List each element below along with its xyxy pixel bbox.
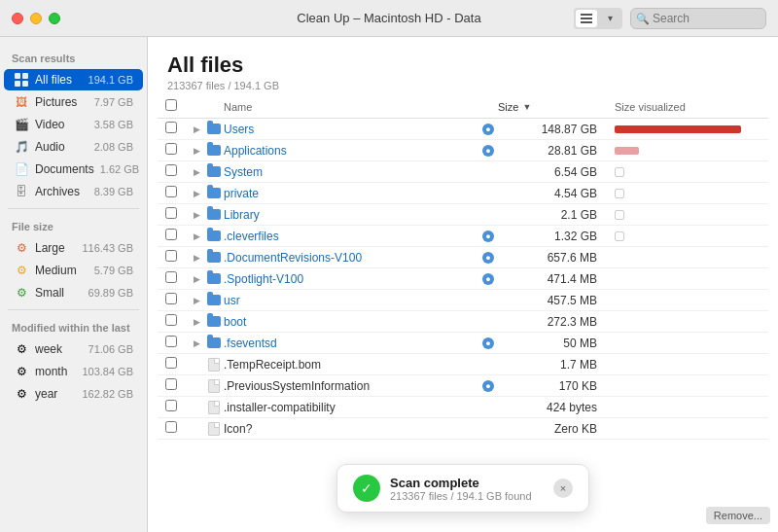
row-info-button[interactable]: ●: [478, 124, 498, 135]
row-checkbox-input[interactable]: [165, 207, 177, 219]
row-name[interactable]: .cleverfiles: [224, 230, 478, 243]
row-name[interactable]: System: [224, 165, 478, 179]
expand-arrow[interactable]: ▶: [189, 146, 204, 156]
sidebar-item-label: Video: [35, 118, 88, 131]
sidebar-item-video[interactable]: 🎬 Video 3.58 GB: [4, 114, 143, 135]
expand-arrow[interactable]: ▶: [189, 189, 204, 198]
table-row[interactable]: ▶boot272.3 MB: [158, 311, 768, 333]
row-name[interactable]: Library: [224, 208, 478, 222]
row-info-button[interactable]: ●: [478, 231, 498, 242]
view-list-button[interactable]: [576, 10, 597, 27]
expand-arrow[interactable]: ▶: [189, 124, 204, 134]
row-name[interactable]: .Spotlight-V100: [224, 272, 478, 286]
row-name[interactable]: .DocumentRevisions-V100: [224, 251, 478, 265]
table-row[interactable]: ▶.Spotlight-V100●471.4 MB: [158, 268, 768, 290]
table-row[interactable]: .installer-compatibility424 bytes: [158, 397, 768, 418]
file-size-label: File size: [0, 215, 147, 236]
sidebar-item-label: Audio: [35, 140, 88, 154]
expand-arrow[interactable]: ▶: [189, 231, 204, 241]
expand-arrow[interactable]: ▶: [189, 274, 204, 284]
table-row[interactable]: ▶Library2.1 GB: [158, 204, 768, 226]
sidebar-item-size: 103.84 GB: [82, 366, 133, 377]
row-checkbox-input[interactable]: [165, 143, 177, 155]
expand-arrow[interactable]: ▶: [189, 317, 204, 327]
row-size: 424 bytes: [498, 401, 605, 414]
row-checkbox-input[interactable]: [165, 250, 177, 262]
table-row[interactable]: ▶.fseventsd●50 MB: [158, 333, 768, 354]
table-row[interactable]: ▶private4.54 GB: [158, 183, 768, 204]
table-row[interactable]: ▶.DocumentRevisions-V100●657.6 MB: [158, 247, 768, 268]
expand-arrow[interactable]: ▶: [189, 210, 204, 220]
row-checkbox: [165, 378, 189, 393]
sidebar-item-size: 116.43 GB: [82, 242, 133, 254]
search-input[interactable]: [630, 8, 766, 29]
sidebar-item-size: 5.79 GB: [94, 265, 133, 276]
toast-close-button[interactable]: ×: [553, 479, 573, 498]
sidebar-item-month[interactable]: ⚙ month 103.84 GB: [4, 361, 143, 382]
row-name[interactable]: Icon?: [224, 422, 478, 436]
row-checkbox-input[interactable]: [165, 357, 177, 369]
row-bar-container: [605, 189, 760, 198]
sidebar-item-small[interactable]: ⚙ Small 69.89 GB: [4, 282, 143, 303]
row-checkbox-input[interactable]: [165, 378, 177, 390]
row-name[interactable]: .PreviousSystemInformation: [224, 379, 478, 393]
expand-arrow[interactable]: ▶: [189, 338, 204, 348]
sidebar-item-all-files[interactable]: All files 194.1 GB: [4, 69, 143, 90]
select-all-checkbox[interactable]: [165, 99, 177, 111]
table-row[interactable]: ▶usr457.5 MB: [158, 290, 768, 311]
row-bar-container: [605, 125, 760, 133]
sidebar-item-pictures[interactable]: 🖼 Pictures 7.97 GB: [4, 91, 143, 113]
row-info-button[interactable]: ●: [478, 337, 498, 349]
row-info-button[interactable]: ●: [478, 145, 498, 157]
row-name[interactable]: .fseventsd: [224, 337, 478, 350]
sidebar-item-large[interactable]: ⚙ Large 116.43 GB: [4, 237, 143, 259]
table-row[interactable]: .TempReceipt.bom1.7 MB: [158, 354, 768, 375]
row-checkbox: [165, 293, 189, 307]
row-name[interactable]: private: [224, 187, 478, 200]
row-checkbox-input[interactable]: [165, 229, 177, 240]
row-checkbox-input[interactable]: [165, 336, 177, 347]
row-name[interactable]: Users: [224, 123, 478, 136]
row-checkbox-input[interactable]: [165, 186, 177, 197]
sidebar-item-year[interactable]: ⚙ year 162.82 GB: [4, 383, 143, 405]
table-row[interactable]: ▶.cleverfiles●1.32 GB: [158, 226, 768, 247]
expand-arrow[interactable]: ▶: [189, 253, 204, 263]
row-checkbox: [165, 336, 189, 350]
row-name[interactable]: usr: [224, 294, 478, 307]
row-checkbox-input[interactable]: [165, 421, 177, 433]
row-checkbox-input[interactable]: [165, 271, 177, 283]
row-checkbox: [165, 207, 189, 222]
sidebar-item-audio[interactable]: 🎵 Audio 2.08 GB: [4, 136, 143, 158]
sidebar-item-week[interactable]: ⚙ week 71.06 GB: [4, 338, 143, 360]
row-checkbox-input[interactable]: [165, 400, 177, 411]
row-name[interactable]: .TempReceipt.bom: [224, 358, 478, 372]
maximize-button[interactable]: [49, 13, 60, 24]
row-checkbox-input[interactable]: [165, 293, 177, 304]
row-info-button[interactable]: ●: [478, 380, 498, 392]
view-grid-button[interactable]: ▾: [599, 10, 620, 27]
row-checkbox-input[interactable]: [165, 314, 177, 326]
size-col-header[interactable]: Size ▼: [498, 101, 605, 113]
remove-button[interactable]: Remove...: [706, 507, 770, 524]
svg-rect-6: [22, 81, 28, 87]
expand-arrow[interactable]: ▶: [189, 296, 204, 305]
sidebar-item-medium[interactable]: ⚙ Medium 5.79 GB: [4, 260, 143, 281]
expand-arrow[interactable]: ▶: [189, 167, 204, 177]
close-button[interactable]: [12, 13, 23, 24]
table-row[interactable]: Icon?Zero KB: [158, 418, 768, 440]
table-row[interactable]: .PreviousSystemInformation●170 KB: [158, 375, 768, 397]
table-row[interactable]: ▶Users●148.87 GB: [158, 119, 768, 140]
sidebar-item-documents[interactable]: 📄 Documents 1.62 GB: [4, 159, 143, 180]
row-name[interactable]: Applications: [224, 144, 478, 158]
row-name[interactable]: boot: [224, 315, 478, 329]
table-row[interactable]: ▶System6.54 GB: [158, 161, 768, 183]
sidebar-item-archives[interactable]: 🗄 Archives 8.39 GB: [4, 181, 143, 202]
row-name[interactable]: .installer-compatibility: [224, 401, 478, 414]
row-checkbox-input[interactable]: [165, 122, 177, 133]
row-info-button[interactable]: ●: [478, 252, 498, 264]
row-info-button[interactable]: ●: [478, 273, 498, 285]
name-col-header[interactable]: Name: [224, 101, 478, 113]
row-checkbox-input[interactable]: [165, 164, 177, 176]
table-row[interactable]: ▶Applications●28.81 GB: [158, 140, 768, 161]
minimize-button[interactable]: [30, 13, 42, 24]
